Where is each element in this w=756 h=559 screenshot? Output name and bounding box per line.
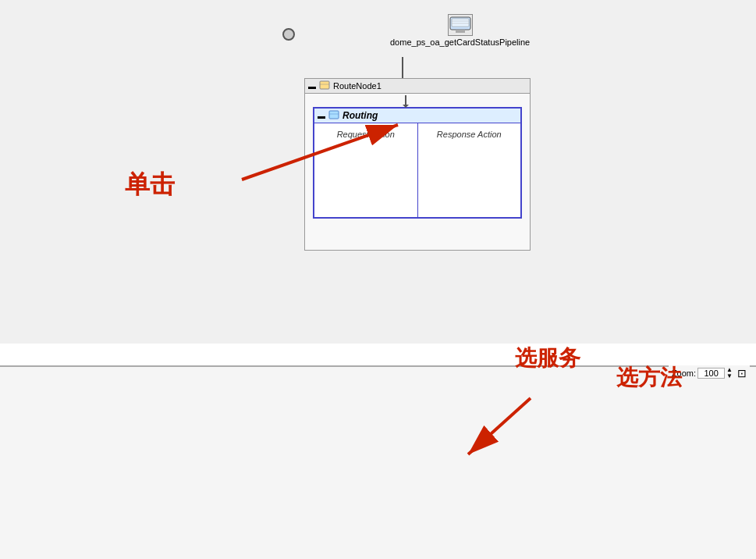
zoom-input[interactable] [697, 368, 725, 379]
routing-box[interactable]: ▬ Routing Request Action Response Action [313, 107, 522, 219]
response-action-label: Response Action [437, 130, 502, 139]
route-node-header: ▬ RouteNode1 [305, 79, 530, 94]
routing-response-col: Response Action [418, 123, 521, 217]
routing-body: Request Action Response Action [314, 123, 520, 217]
bottom-panel: Messages - Log Live Issues: dome_ps_oa_g… [0, 365, 756, 559]
routing-icon [328, 110, 339, 121]
arrow-pipeline-to-route [402, 57, 403, 80]
svg-rect-4 [456, 30, 465, 33]
svg-rect-7 [329, 111, 339, 119]
route-node-title: RouteNode1 [333, 81, 382, 91]
annotation-single-click: 单击 [125, 168, 175, 202]
routing-inner-header: ▬ Routing [314, 109, 520, 123]
pipeline-label: dome_ps_oa_getCardStatusPipeline [390, 37, 530, 47]
routing-request-col: Request Action [314, 123, 418, 217]
zoom-spinners: ▲ ▼ [726, 367, 733, 379]
canvas-area: dome_ps_oa_getCardStatusPipeline ▬ Route… [0, 0, 756, 344]
svg-rect-1 [452, 19, 469, 27]
annotation-select-service: 选服务 [515, 344, 580, 373]
pipeline-icon [448, 14, 473, 36]
zoom-down-btn[interactable]: ▼ [726, 373, 733, 379]
request-action-label: Request Action [337, 130, 395, 139]
zoom-maximize-btn[interactable]: ⊡ [737, 367, 747, 379]
routing-label: Routing [343, 110, 378, 121]
radio-icon-top [282, 28, 295, 41]
route-node-collapse-icon: ▬ [308, 82, 316, 91]
annotation-select-method: 选方法 [616, 363, 682, 393]
pipeline-node: dome_ps_oa_getCardStatusPipeline [390, 14, 530, 47]
route-node-icon [319, 80, 330, 91]
route-node-container: ▬ RouteNode1 ▬ Routing [304, 78, 531, 251]
svg-rect-5 [320, 81, 329, 89]
routing-collapse-icon: ▬ [318, 112, 325, 120]
